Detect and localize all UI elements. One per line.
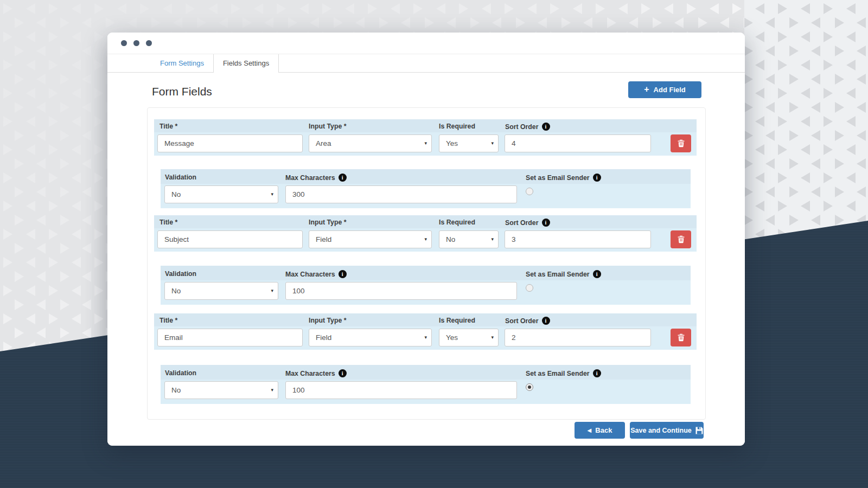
fields-panel: Title * Input Type * Is Required Sort Or… (147, 107, 706, 420)
input-type-label: Input Type * (309, 219, 346, 226)
tab-form-settings[interactable]: Form Settings (151, 54, 213, 73)
is-required-label: Is Required (439, 123, 475, 130)
subrow-header: Validation Max Charactersi Set as Email … (161, 365, 691, 380)
info-icon[interactable]: i (542, 317, 550, 325)
info-icon[interactable]: i (542, 219, 550, 227)
trash-icon (678, 333, 685, 342)
caret-down-icon: ▾ (271, 382, 273, 399)
is-required-label: Is Required (439, 317, 475, 324)
email-sender-label: Set as Email Sender (526, 271, 590, 278)
save-icon (695, 427, 703, 434)
validation-select[interactable]: No▾ (164, 282, 278, 300)
validation-select[interactable]: No▾ (164, 381, 278, 399)
field-subrow-subject: Validation Max Charactersi Set as Email … (161, 266, 691, 305)
subrow-header: Validation Max Charactersi Set as Email … (161, 169, 691, 184)
sort-order-label: Sort Order (505, 123, 539, 131)
subrow-body: No▾ (161, 184, 691, 208)
title-label: Title * (159, 317, 177, 324)
page-title: Form Fields (152, 85, 212, 98)
input-type-label: Input Type * (309, 317, 346, 324)
input-type-label: Input Type * (309, 123, 346, 130)
validation-label: Validation (165, 369, 196, 377)
save-label: Save and Continue (630, 427, 692, 434)
field-row-body: Field▾ No▾ (154, 228, 697, 252)
sort-order-input[interactable] (505, 134, 651, 152)
field-row-body: Area▾ Yes▾ (154, 132, 697, 156)
save-continue-button[interactable]: Save and Continue (630, 422, 704, 439)
subrow-header: Validation Max Charactersi Set as Email … (161, 266, 691, 280)
max-characters-input[interactable] (285, 381, 517, 399)
info-icon[interactable]: i (339, 369, 347, 377)
delete-field-button[interactable] (671, 230, 691, 248)
content-area: Form Fields + Add Field Title * Input Ty… (107, 73, 745, 446)
delete-field-button[interactable] (671, 134, 691, 152)
email-sender-radio[interactable] (526, 284, 533, 292)
caret-down-icon: ▾ (271, 282, 273, 299)
trash-icon (678, 235, 685, 243)
plus-icon: + (644, 85, 649, 94)
field-row-email: Title * Input Type * Is Required Sort Or… (154, 313, 697, 350)
back-arrow-icon: ◀ (588, 427, 592, 433)
sort-order-label: Sort Order (505, 219, 539, 227)
window-dot-icon (121, 40, 127, 46)
validation-select[interactable]: No▾ (164, 185, 278, 203)
caret-down-icon: ▾ (424, 135, 427, 152)
email-sender-radio[interactable] (526, 188, 533, 195)
title-label: Title * (159, 123, 177, 130)
title-input[interactable] (157, 230, 303, 248)
is-required-select[interactable]: Yes▾ (439, 134, 499, 152)
info-icon[interactable]: i (593, 369, 601, 377)
caret-down-icon: ▾ (491, 135, 494, 152)
field-row-header: Title * Input Type * Is Required Sort Or… (154, 313, 697, 326)
field-subrow-email: Validation Max Charactersi Set as Email … (161, 365, 691, 404)
title-input[interactable] (157, 329, 303, 346)
field-row-subject: Title * Input Type * Is Required Sort Or… (154, 215, 697, 252)
title-input[interactable] (157, 134, 303, 152)
info-icon[interactable]: i (339, 174, 347, 182)
validation-label: Validation (165, 174, 196, 181)
input-type-select[interactable]: Field▾ (309, 230, 432, 248)
field-row-message: Title * Input Type * Is Required Sort Or… (154, 119, 697, 156)
email-sender-label: Set as Email Sender (526, 370, 590, 377)
screenshot-stage: Form Settings Fields Settings Form Field… (0, 0, 868, 488)
title-label: Title * (159, 219, 177, 226)
info-icon[interactable]: i (339, 270, 347, 278)
input-type-select[interactable]: Area▾ (309, 134, 432, 152)
max-characters-input[interactable] (285, 185, 517, 203)
field-row-body: Field▾ Yes▾ (154, 326, 697, 350)
subrow-body: No▾ (161, 380, 691, 404)
caret-down-icon: ▾ (271, 186, 273, 203)
app-window: Form Settings Fields Settings Form Field… (107, 33, 745, 446)
email-sender-radio[interactable] (526, 383, 533, 391)
sort-order-input[interactable] (505, 329, 651, 346)
add-field-button[interactable]: + Add Field (628, 81, 701, 98)
email-sender-label: Set as Email Sender (526, 174, 590, 182)
caret-down-icon: ▾ (491, 231, 494, 248)
field-row-header: Title * Input Type * Is Required Sort Or… (154, 215, 697, 228)
caret-down-icon: ▾ (424, 329, 427, 346)
tab-bar: Form Settings Fields Settings (107, 54, 745, 73)
back-button[interactable]: ◀ Back (575, 422, 625, 439)
sort-order-input[interactable] (505, 230, 651, 248)
info-icon[interactable]: i (542, 123, 550, 131)
max-characters-label: Max Characters (285, 271, 335, 278)
caret-down-icon: ▾ (491, 329, 494, 346)
window-dot-icon (146, 40, 152, 46)
max-characters-input[interactable] (285, 282, 517, 300)
field-subrow-message: Validation Max Charactersi Set as Email … (161, 169, 691, 208)
caret-down-icon: ▾ (424, 231, 427, 248)
subrow-body: No▾ (161, 280, 691, 305)
is-required-select[interactable]: Yes▾ (439, 329, 499, 346)
max-characters-label: Max Characters (285, 370, 335, 377)
info-icon[interactable]: i (593, 174, 601, 182)
delete-field-button[interactable] (671, 329, 691, 346)
field-row-header: Title * Input Type * Is Required Sort Or… (154, 119, 697, 132)
tab-fields-settings[interactable]: Fields Settings (213, 54, 279, 73)
back-label: Back (595, 426, 612, 434)
input-type-select[interactable]: Field▾ (309, 329, 432, 346)
window-dot-icon (133, 40, 139, 46)
is-required-label: Is Required (439, 219, 475, 226)
trash-icon (678, 139, 685, 147)
is-required-select[interactable]: No▾ (439, 230, 499, 248)
info-icon[interactable]: i (593, 270, 601, 278)
